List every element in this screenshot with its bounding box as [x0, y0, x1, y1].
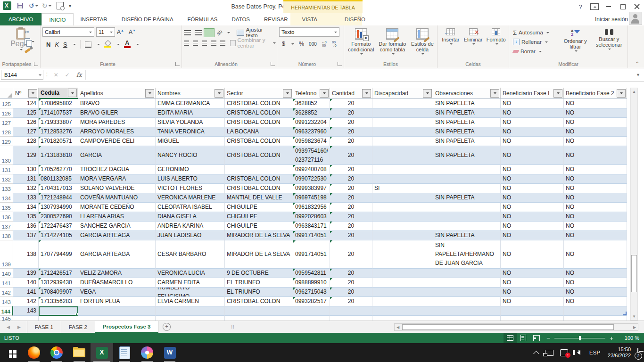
cell[interactable] — [372, 222, 433, 231]
filter-dropdown-icon[interactable] — [283, 89, 292, 98]
cell[interactable]: SI — [372, 184, 433, 193]
cell[interactable]: GARCIA ARTEAGA — [78, 240, 156, 269]
horizontal-scrollbar[interactable]: ◀ ▶ — [394, 323, 638, 331]
cell[interactable]: CAMPOVERDE CELI — [78, 137, 156, 146]
cell[interactable] — [372, 146, 433, 165]
cell[interactable]: NO — [564, 127, 627, 137]
cell[interactable]: NO — [564, 184, 627, 193]
cell[interactable] — [293, 316, 330, 321]
cell[interactable]: 1705262770 — [39, 165, 78, 174]
name-box[interactable]: B144 — [1, 70, 43, 80]
cell[interactable]: NO — [501, 231, 564, 240]
shrink-font-icon[interactable]: A▼ — [129, 29, 139, 35]
tab-datos[interactable]: DATOS — [224, 13, 257, 25]
cell[interactable]: 9 DE OCTUBRE — [225, 269, 293, 278]
sheet-nav-left-icon[interactable]: ◀ — [7, 325, 10, 329]
format-cells-button[interactable]: Formato — [484, 27, 508, 60]
cell[interactable]: NO — [564, 222, 627, 231]
cell[interactable] — [372, 297, 433, 306]
cell[interactable] — [225, 316, 293, 321]
cell[interactable]: 20 — [330, 165, 372, 174]
cell[interactable]: MORA PAREDES — [78, 118, 156, 127]
cell[interactable]: NO — [501, 278, 564, 288]
cell[interactable]: SIN PAPELETA — [433, 127, 501, 137]
cell[interactable]: SIN PAPELETA — [433, 193, 501, 203]
cell[interactable]: 0801132085 — [39, 174, 78, 184]
cell[interactable] — [433, 288, 501, 297]
cell[interactable] — [330, 306, 372, 316]
cell[interactable]: NO — [564, 297, 627, 306]
increase-indent-icon[interactable] — [220, 41, 225, 46]
cell[interactable]: 1312939430 — [39, 278, 78, 288]
row-header-137[interactable]: 137 — [0, 222, 13, 231]
italic-button[interactable]: K — [55, 41, 59, 48]
cell[interactable] — [372, 174, 433, 184]
cell[interactable] — [225, 165, 293, 174]
filter-dropdown-icon[interactable] — [145, 89, 154, 98]
cell[interactable]: 1704317013 — [39, 184, 78, 193]
tab-archivo[interactable]: ARCHIVO — [0, 13, 41, 25]
cell[interactable]: CARMEN EDITA — [156, 278, 225, 288]
cell[interactable] — [372, 212, 433, 222]
row-header-131[interactable]: 131 — [0, 165, 13, 174]
redo-icon[interactable]: ↻ — [42, 1, 51, 10]
filter-dropdown-icon[interactable] — [215, 89, 223, 98]
cell[interactable]: 1708695802 — [39, 99, 78, 108]
cell[interactable] — [433, 203, 501, 212]
cell[interactable] — [433, 269, 501, 278]
column-header-telefono[interactable]: Telefono — [293, 88, 330, 99]
cell[interactable]: NO — [564, 137, 627, 146]
cell[interactable]: NO — [564, 212, 627, 222]
cell[interactable]: FORTUN PLUA — [78, 297, 156, 306]
cell[interactable]: 136 — [13, 222, 39, 231]
select-all-corner[interactable] — [0, 88, 13, 99]
formula-input[interactable] — [85, 70, 632, 80]
column-header-nº[interactable]: Nº — [13, 88, 39, 99]
cell[interactable]: MIRADOR DE LA SELVA — [225, 240, 293, 269]
cell[interactable]: 20 — [330, 203, 372, 212]
cell[interactable]: MANTIAL DEL VALLE — [225, 193, 293, 203]
cell[interactable]: NO — [501, 146, 564, 165]
cell[interactable]: NO — [501, 127, 564, 137]
cell[interactable]: MIRADOR DE LA SELVA — [225, 231, 293, 240]
cell[interactable]: 20 — [330, 184, 372, 193]
row-header-144[interactable]: 144 — [0, 306, 13, 316]
alignment-dialog-launcher[interactable] — [271, 62, 275, 66]
thousands-format-icon[interactable]: 000 — [309, 41, 317, 47]
cell[interactable]: NO — [501, 137, 564, 146]
align-bottom-icon[interactable] — [204, 29, 214, 37]
column-header-beneficiario-fase-i[interactable]: Beneficiario Fase I — [501, 88, 564, 99]
cell[interactable] — [372, 240, 433, 269]
cell[interactable]: DUEÑASMARCILLO — [78, 278, 156, 288]
insert-cells-button[interactable]: ← Insertar — [439, 27, 462, 60]
cell[interactable]: 0991714051 — [293, 231, 330, 240]
cell[interactable] — [372, 203, 433, 212]
cell[interactable] — [433, 174, 501, 184]
cell[interactable]: CRISTOBAL COLON — [225, 174, 293, 184]
cell[interactable]: GERONIMO — [156, 165, 225, 174]
align-right-icon[interactable] — [202, 41, 207, 46]
close-icon[interactable] — [630, 0, 644, 13]
vertical-scroll-thumb[interactable] — [631, 255, 637, 292]
cell[interactable] — [433, 212, 501, 222]
undo-icon[interactable]: ↺ — [29, 1, 38, 10]
sign-in-link[interactable]: Iniciar sesión — [595, 13, 628, 25]
cell[interactable]: 1721248944 — [39, 193, 78, 203]
cell[interactable]: 0993282517 — [293, 297, 330, 306]
cell[interactable]: NO — [564, 278, 627, 288]
cell[interactable]: HUMBERTO FELICISIMO — [156, 288, 225, 297]
cancel-icon[interactable]: ✕ — [54, 72, 58, 78]
cell[interactable]: 1712853276 — [39, 127, 78, 137]
cell[interactable]: NO — [564, 231, 627, 240]
action-center-alert-icon[interactable]: ! — [557, 343, 571, 362]
cell[interactable]: 0962715043 — [293, 288, 330, 297]
filter-dropdown-icon[interactable] — [68, 89, 77, 97]
row-header-141[interactable]: 141 — [0, 278, 13, 288]
cell[interactable]: 20 — [330, 231, 372, 240]
cell[interactable]: NO — [501, 165, 564, 174]
tab-fórmulas[interactable]: FÓRMULAS — [181, 13, 225, 25]
cell[interactable]: CRISTOBAL COLON — [225, 99, 293, 108]
cell[interactable]: VEGA — [78, 288, 156, 297]
cell[interactable]: 20 — [330, 174, 372, 184]
cell[interactable]: NO — [564, 240, 627, 269]
